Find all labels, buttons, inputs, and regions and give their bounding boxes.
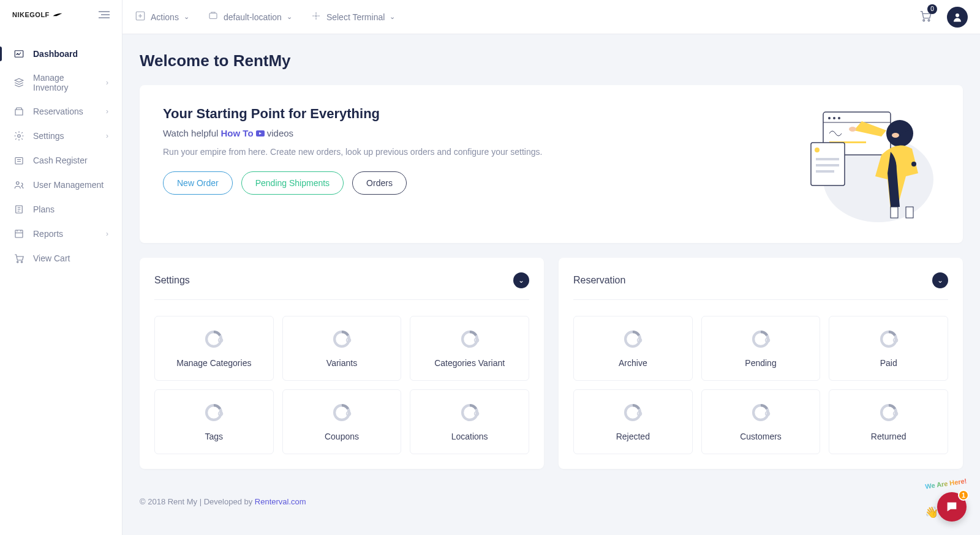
chat-button[interactable]: 1	[937, 492, 967, 522]
svg-point-13	[956, 13, 959, 17]
donut-icon	[459, 329, 480, 350]
tile-locations[interactable]: Locations	[410, 389, 529, 454]
settings-panel: Settings ⌄ Manage CategoriesVariantsCate…	[140, 258, 544, 469]
chevron-down-icon: ⌄	[287, 13, 292, 21]
donut-icon	[878, 402, 899, 423]
donut-icon	[331, 329, 352, 350]
brand-logo[interactable]: NIKEGOLF	[12, 11, 63, 18]
collapse-button[interactable]: ⌄	[513, 272, 529, 288]
nav-icon	[13, 77, 24, 88]
svg-rect-25	[816, 170, 834, 173]
sidebar-item-user-management[interactable]: User Management	[0, 173, 122, 197]
topbar: Actions ⌄ default-location ⌄ Select Term…	[123, 0, 980, 34]
svg-point-3	[17, 182, 20, 185]
svg-point-6	[17, 261, 18, 263]
hero-description: Run your empire from here. Create new or…	[163, 147, 744, 157]
tile-manage-categories[interactable]: Manage Categories	[154, 316, 274, 381]
sidebar-toggle-icon[interactable]	[99, 11, 110, 18]
tile-coupons[interactable]: Coupons	[282, 389, 402, 454]
donut-icon	[331, 402, 352, 423]
tile-label: Categories Variant	[417, 358, 522, 368]
pending-shipments-button[interactable]: Pending Shipments	[241, 171, 344, 195]
sidebar-item-settings[interactable]: Settings›	[0, 124, 122, 148]
chevron-right-icon: ›	[106, 230, 108, 238]
svg-rect-30	[891, 207, 898, 218]
user-icon	[952, 12, 963, 23]
svg-point-17	[833, 117, 835, 119]
donut-icon	[459, 402, 480, 423]
sidebar-item-reports[interactable]: Reports›	[0, 222, 122, 246]
nav-icon	[13, 130, 24, 141]
tile-rejected[interactable]: Rejected	[573, 389, 693, 454]
nav-label: Plans	[33, 204, 55, 214]
svg-point-12	[928, 19, 930, 21]
tile-label: Pending	[708, 358, 814, 368]
donut-icon	[203, 329, 224, 350]
sidebar-item-view-cart[interactable]: View Cart	[0, 246, 122, 271]
nav-label: Settings	[33, 131, 64, 141]
sidebar-item-reservations[interactable]: Reservations›	[0, 99, 122, 124]
donut-icon	[750, 329, 771, 350]
user-avatar[interactable]	[947, 7, 968, 28]
tile-label: Customers	[708, 432, 814, 441]
panel-title: Settings	[154, 275, 190, 286]
chat-icon	[945, 500, 959, 514]
tile-customers[interactable]: Customers	[701, 389, 821, 454]
nav-icon	[13, 48, 24, 59]
footer: © 2018 Rent My | Developed by Renterval.…	[123, 486, 980, 517]
reservation-panel: Reservation ⌄ ArchivePendingPaidRejected…	[559, 258, 963, 469]
hero-title: Your Starting Point for Everything	[163, 106, 744, 122]
sidebar-item-cash-register[interactable]: Cash Register	[0, 148, 122, 173]
sidebar-item-dashboard[interactable]: Dashboard	[0, 42, 122, 66]
tile-paid[interactable]: Paid	[829, 316, 948, 381]
collapse-button[interactable]: ⌄	[932, 272, 948, 288]
nav-label: User Management	[33, 180, 104, 190]
chevron-right-icon: ›	[106, 107, 108, 116]
nav-icon	[13, 204, 24, 215]
nav-icon	[13, 253, 24, 264]
donut-icon	[750, 402, 771, 423]
tile-pending[interactable]: Pending	[701, 316, 821, 381]
actions-dropdown[interactable]: Actions ⌄	[135, 10, 189, 23]
svg-point-29	[911, 162, 916, 166]
svg-rect-24	[816, 164, 839, 166]
tile-label: Rejected	[580, 432, 686, 441]
chevron-down-icon: ⌄	[390, 13, 395, 21]
tile-label: Locations	[417, 432, 522, 441]
new-order-button[interactable]: New Order	[163, 171, 233, 195]
howto-link[interactable]: How To	[221, 128, 265, 138]
nav-icon	[13, 179, 24, 190]
orders-button[interactable]: Orders	[352, 171, 407, 195]
tile-label: Returned	[835, 432, 941, 441]
tile-returned[interactable]: Returned	[829, 389, 948, 454]
nav-icon	[13, 228, 24, 239]
cart-button[interactable]: 0	[919, 9, 932, 25]
donut-icon	[203, 402, 224, 423]
sidebar-item-plans[interactable]: Plans	[0, 197, 122, 222]
chevron-down-icon: ⌄	[518, 276, 524, 285]
tile-variants[interactable]: Variants	[282, 316, 402, 381]
svg-point-10	[315, 15, 317, 17]
sidebar-item-manage-inventory[interactable]: Manage Inventory›	[0, 66, 122, 99]
location-dropdown[interactable]: default-location ⌄	[208, 10, 292, 23]
nav-label: Dashboard	[33, 49, 78, 59]
tile-tags[interactable]: Tags	[154, 389, 274, 454]
wave-icon: 👋	[925, 506, 938, 519]
tile-label: Paid	[835, 358, 941, 368]
tile-archive[interactable]: Archive	[573, 316, 693, 381]
chevron-right-icon: ›	[106, 78, 108, 87]
tile-label: Archive	[580, 358, 686, 368]
chat-badge: 1	[958, 490, 969, 501]
terminal-dropdown[interactable]: Select Terminal ⌄	[311, 10, 395, 23]
hero-subtitle: Watch helpful How To videos	[163, 128, 744, 138]
video-icon	[256, 130, 265, 137]
donut-icon	[878, 329, 899, 350]
footer-link[interactable]: Renterval.com	[255, 497, 306, 506]
svg-rect-5	[15, 230, 23, 238]
tile-categories-variant[interactable]: Categories Variant	[410, 316, 529, 381]
cart-count-badge: 0	[927, 4, 937, 14]
donut-icon	[622, 402, 643, 423]
svg-point-1	[18, 135, 21, 138]
hero-illustration	[768, 106, 940, 222]
nav-label: Cash Register	[33, 155, 88, 165]
